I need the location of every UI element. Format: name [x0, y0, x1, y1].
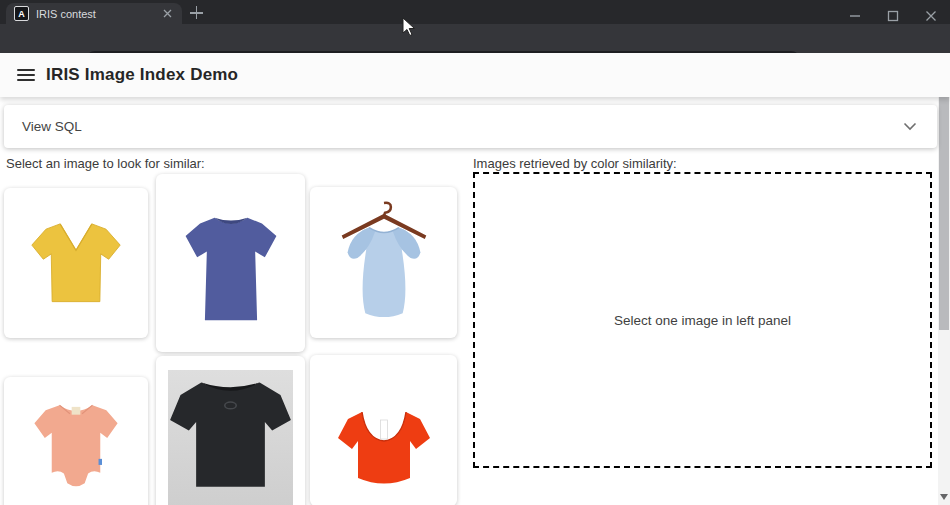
product-image-blue-blouse — [325, 195, 443, 329]
results-dropzone: Select one image in left panel — [473, 172, 932, 468]
tab-favicon-icon: A — [14, 6, 29, 21]
screenshot-root: A IRIS contest — [0, 0, 950, 505]
product-card-navy-tshirt[interactable] — [156, 174, 305, 352]
new-tab-icon[interactable] — [190, 6, 204, 20]
browser-tab[interactable]: A IRIS contest — [6, 3, 182, 24]
hanger-icon — [384, 203, 391, 216]
scrollbar-thumb[interactable] — [939, 64, 949, 330]
chevron-down-icon[interactable] — [903, 122, 917, 131]
product-image-peach-onesie — [24, 390, 128, 500]
mouse-cursor — [402, 17, 416, 37]
browser-toolbar: localhost:4200/image-search J — [0, 24, 950, 53]
product-card-peach-onesie[interactable] — [4, 377, 148, 505]
tab-title: IRIS contest — [36, 8, 160, 20]
product-image-navy-tshirt — [173, 196, 289, 338]
product-card-orange-croptop[interactable] — [310, 355, 457, 505]
browser-tabstrip: A IRIS contest — [0, 0, 950, 24]
empty-results-message: Select one image in left panel — [614, 313, 791, 328]
page-title: IRIS Image Index Demo — [46, 65, 238, 85]
product-card-yellow-vneck[interactable] — [4, 188, 148, 338]
right-panel-label: Images retrieved by color similarity: — [473, 156, 677, 171]
scrollbar-down-icon[interactable] — [940, 494, 948, 500]
product-image-orange-croptop — [324, 385, 444, 497]
menu-icon[interactable] — [17, 69, 35, 81]
left-panel-label: Select an image to look for similar: — [6, 156, 205, 171]
product-image-yellow-vneck — [23, 202, 129, 320]
black-tshirt-photo-bg — [168, 370, 293, 505]
product-image-black-tshirt — [168, 370, 293, 505]
product-card-black-tshirt[interactable] — [156, 356, 305, 505]
product-card-blue-blouse[interactable] — [310, 187, 457, 338]
view-sql-panel[interactable]: View SQL — [4, 105, 937, 148]
app-header: IRIS Image Index Demo — [0, 53, 950, 97]
view-sql-label: View SQL — [22, 119, 903, 134]
tab-close-icon[interactable] — [160, 7, 174, 21]
